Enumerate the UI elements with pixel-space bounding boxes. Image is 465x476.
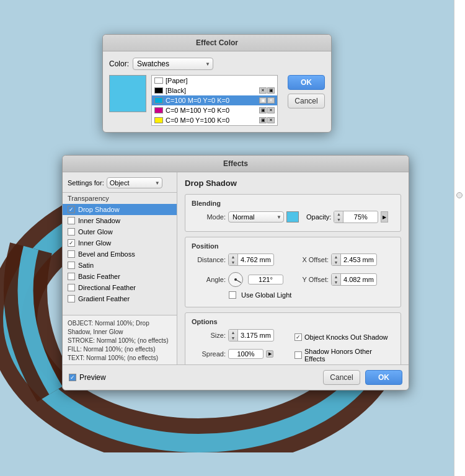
yoffset-up[interactable]: ▲ — [332, 274, 340, 280]
effects-cancel-button[interactable]: Cancel — [323, 370, 360, 385]
effects-directional-feather[interactable]: Directional Feather — [63, 282, 177, 293]
distance-arrows[interactable]: ▲ ▼ — [229, 254, 238, 265]
size-stepper[interactable]: ▲ ▼ 3.175 mm — [228, 329, 274, 342]
xoffset-row: X Offset: ▲ ▼ 2.453 mm — [294, 253, 394, 266]
effects-left-panel: Settings for: Object ▼ Transparency ✓ Dr… — [63, 172, 177, 364]
object-knocks-label: Object Knocks Out Shadow — [304, 333, 388, 341]
size-arrows[interactable]: ▲ ▼ — [229, 330, 238, 341]
effects-bevel-emboss[interactable]: Bevel and Emboss — [63, 249, 177, 260]
effect-color-content: Color: Swatches ▼ [Paper] [Black] — [103, 51, 331, 132]
directional-feather-checkbox[interactable] — [68, 284, 75, 291]
swatch-cyan[interactable]: C=100 M=0 Y=0 K=0 ▣ ✕ — [152, 95, 277, 105]
swatch-yellow[interactable]: C=0 M=0 Y=100 K=0 ▣ ✕ — [152, 115, 277, 125]
swatch-cyan-icons: ▣ ✕ — [259, 97, 275, 104]
size-row: Size: ▲ ▼ 3.175 mm — [192, 329, 291, 342]
effects-satin[interactable]: Satin — [63, 260, 177, 271]
effect-color-cancel-button[interactable]: Cancel — [288, 94, 325, 108]
angle-stepper[interactable]: 121° — [248, 275, 283, 284]
effects-right-panel: Drop Shadow Blending Mode: Normal ▼ Opac… — [177, 172, 409, 364]
effects-gradient-feather[interactable]: Gradient Feather — [63, 293, 177, 304]
yoffset-down[interactable]: ▼ — [332, 280, 340, 285]
effect-color-ok-button[interactable]: OK — [288, 75, 325, 90]
preview-checkbox[interactable]: ✓ — [69, 374, 76, 381]
xoffset-down[interactable]: ▼ — [332, 260, 340, 265]
angle-wheel[interactable] — [228, 272, 243, 287]
swatch-magenta[interactable]: C=0 M=100 Y=0 K=0 ▣ ✕ — [152, 105, 277, 115]
outer-glow-label: Outer Glow — [78, 228, 113, 236]
swatch-name-yellow: C=0 M=0 Y=100 K=0 — [166, 117, 229, 124]
bevel-emboss-checkbox[interactable] — [68, 250, 75, 258]
shadow-honors-checkbox[interactable] — [294, 351, 302, 359]
swatch-yellow-icons: ▣ ✕ — [259, 117, 275, 123]
yoffset-arrows[interactable]: ▲ ▼ — [332, 274, 341, 285]
mode-select-wrapper[interactable]: Normal ▼ — [228, 211, 284, 223]
swatch-icon-cmyk: ✕ — [259, 87, 267, 94]
inner-shadow-checkbox[interactable] — [68, 217, 75, 224]
object-knocks-checkbox[interactable]: ✓ — [294, 333, 302, 341]
opacity-up-arrow[interactable]: ▲ — [334, 211, 343, 217]
swatch-name-paper: [Paper] — [166, 77, 187, 84]
swatch-magenta-icons: ▣ ✕ — [259, 107, 275, 113]
effects-basic-feather[interactable]: Basic Feather — [63, 271, 177, 282]
opacity-slider-right[interactable]: ▶ — [381, 211, 388, 223]
size-up[interactable]: ▲ — [229, 330, 237, 335]
swatch-icon-process: ▣ — [259, 97, 267, 104]
distance-stepper[interactable]: ▲ ▼ 4.762 mm — [228, 253, 274, 266]
swatch-color-magenta — [154, 107, 163, 113]
spread-input[interactable]: 100% — [228, 349, 264, 359]
opacity-stepper[interactable]: ▲ ▼ 75% — [334, 211, 378, 223]
spread-slider-right[interactable]: ▶ — [266, 350, 273, 358]
gradient-feather-checkbox[interactable] — [68, 295, 75, 302]
preview-row: ✓ Preview — [69, 373, 106, 382]
basic-feather-label: Basic Feather — [78, 273, 120, 280]
blending-mode-row: Mode: Normal ▼ Opacity: ▲ ▼ — [192, 211, 394, 223]
xoffset-value: 2.453 mm — [341, 255, 376, 264]
opacity-stepper-arrows[interactable]: ▲ ▼ — [334, 211, 343, 223]
swatch-black[interactable]: [Black] ✕ ▣ — [152, 86, 277, 95]
blending-title: Blending — [192, 200, 394, 207]
effects-inner-shadow[interactable]: Inner Shadow — [63, 215, 177, 226]
effects-drop-shadow[interactable]: ✓ Drop Shadow — [63, 204, 177, 215]
inner-glow-checkbox[interactable]: ✓ — [68, 239, 75, 247]
effects-inner-glow[interactable]: ✓ Inner Glow — [63, 237, 177, 249]
satin-checkbox[interactable] — [68, 262, 75, 269]
global-light-checkbox[interactable] — [229, 291, 236, 299]
swatch-name-black: [Black] — [166, 87, 186, 94]
swatch-paper[interactable]: [Paper] — [152, 76, 277, 86]
xoffset-stepper[interactable]: ▲ ▼ 2.453 mm — [331, 253, 377, 266]
effects-ok-button[interactable]: OK — [365, 370, 402, 385]
yoffset-stepper[interactable]: ▲ ▼ 4.082 mm — [331, 273, 377, 286]
blending-color-swatch[interactable] — [286, 211, 299, 223]
swatch-icon-m1: ▣ — [259, 107, 267, 113]
dialog-main-row: [Paper] [Black] ✕ ▣ C=100 M=0 Y=0 K=0 ▣ … — [109, 75, 325, 126]
swatch-color-yellow — [154, 117, 163, 123]
swatch-icon-y2: ✕ — [267, 117, 275, 123]
swatches-list: [Paper] [Black] ✕ ▣ C=100 M=0 Y=0 K=0 ▣ … — [151, 75, 278, 126]
swatch-name-cyan: C=100 M=0 Y=0 K=0 — [166, 97, 229, 104]
object-knocks-row[interactable]: ✓ Object Knocks Out Shadow — [294, 329, 394, 345]
satin-label: Satin — [78, 262, 94, 269]
spread-row: Spread: 100% ▶ — [192, 348, 291, 359]
settings-select-wrapper[interactable]: Object ▼ — [107, 177, 162, 188]
effects-outer-glow[interactable]: Outer Glow — [63, 226, 177, 237]
distance-row: Distance: ▲ ▼ 4.762 mm — [192, 253, 291, 266]
global-light-label: Use Global Light — [241, 291, 291, 299]
scrollbar[interactable] — [454, 0, 465, 476]
outer-glow-checkbox[interactable] — [68, 228, 75, 236]
opacity-down-arrow[interactable]: ▼ — [334, 217, 343, 223]
spread-value: 100% — [229, 350, 263, 358]
distance-down[interactable]: ▼ — [229, 260, 237, 265]
shadow-honors-row[interactable]: Shadow Honors Other Effects — [294, 348, 394, 363]
xoffset-arrows[interactable]: ▲ ▼ — [332, 254, 341, 265]
xoffset-up[interactable]: ▲ — [332, 254, 340, 260]
mode-select[interactable]: Normal — [228, 211, 284, 223]
color-select[interactable]: Swatches — [133, 58, 213, 70]
drop-shadow-checkbox[interactable]: ✓ — [68, 206, 75, 213]
distance-up[interactable]: ▲ — [229, 254, 237, 260]
size-down[interactable]: ▼ — [229, 335, 237, 341]
gradient-feather-label: Gradient Feather — [78, 295, 130, 302]
basic-feather-checkbox[interactable] — [68, 273, 75, 280]
color-select-wrapper[interactable]: Swatches ▼ — [133, 58, 213, 70]
color-label: Color: — [109, 60, 129, 68]
settings-select[interactable]: Object — [107, 177, 162, 188]
